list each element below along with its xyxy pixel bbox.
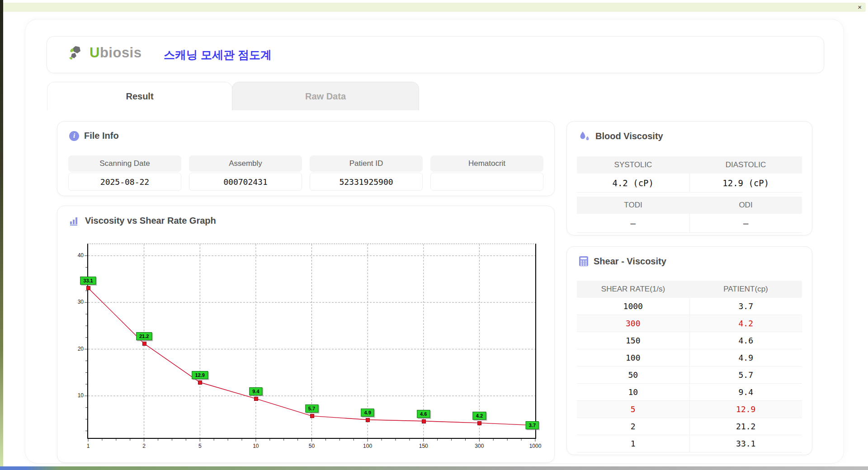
field-value: 2025-08-22 <box>68 173 181 191</box>
logo-wordmark: Ubiosis <box>90 45 142 61</box>
window-bottom-edge <box>0 466 868 470</box>
patient-viscosity-cell: 3.7 <box>689 298 802 315</box>
file-info-field: Scanning Date2025-08-22 <box>68 155 181 191</box>
blood-viscosity-title-row: Blood Viscosity <box>579 131 663 141</box>
table-row: 221.2 <box>577 418 802 435</box>
data-point-marker <box>254 397 258 401</box>
window-left-border <box>0 0 3 467</box>
table-column-header: PATIENT(cp) <box>689 281 802 298</box>
ubiosis-logo-icon <box>69 45 88 61</box>
file-info-fields: Scanning Date2025-08-22Assembly000702431… <box>68 155 543 191</box>
data-point-value-tag: 5.7 <box>305 404 318 413</box>
patient-viscosity-cell: 9.4 <box>689 384 802 400</box>
window-title-bar: × <box>3 3 866 12</box>
data-point-value-tag: 21.2 <box>136 332 152 340</box>
table-header-row: SHEAR RATE(1/s)PATIENT(cp) <box>577 281 802 298</box>
field-label: Hematocrit <box>430 155 543 172</box>
table-row: 505.7 <box>577 367 802 384</box>
file-info-title-row: i File Info <box>69 131 119 141</box>
data-point-value-tag: 3.7 <box>526 421 539 429</box>
shear-rate-cell: 50 <box>577 367 689 383</box>
file-info-field: Patient ID52331925900 <box>310 155 423 191</box>
data-point-value-tag: 9.4 <box>249 387 262 395</box>
x-axis-tick-label: 50 <box>298 443 326 449</box>
shear-rate-cell: 1000 <box>577 298 689 315</box>
graph-card: Viscosity vs Shear Rate Graph 1020304012… <box>57 206 555 463</box>
table-row: 1004.9 <box>577 349 802 367</box>
file-info-field: Assembly000702431 <box>189 155 302 191</box>
shear-rate-cell: 5 <box>577 401 689 418</box>
x-axis-tick-label: 1000 <box>522 443 549 449</box>
metric-label: ODI <box>689 197 802 214</box>
blood-viscosity-card: Blood Viscosity SYSTOLICDIASTOLIC4.2 (cP… <box>566 121 812 235</box>
app-window: × Ubiosis 스캐닝 모세관 점도계 Result Raw Data i … <box>0 0 868 470</box>
data-point-marker <box>422 419 426 423</box>
metric-label: SYSTOLIC <box>577 156 689 174</box>
header-card: Ubiosis 스캐닝 모세관 점도계 <box>47 36 824 73</box>
shear-viscosity-table: SHEAR RATE(1/s)PATIENT(cp)10003.73004.21… <box>577 281 802 452</box>
table-row: 109.4 <box>577 384 802 401</box>
metric-value: 4.2 (cP) <box>577 174 689 193</box>
field-value <box>430 173 543 191</box>
field-value: 000702431 <box>189 173 302 191</box>
metric-value-row: 4.2 (cP)12.9 (cP) <box>577 174 802 193</box>
table-column-header: SHEAR RATE(1/s) <box>577 281 689 298</box>
field-label: Assembly <box>189 155 302 172</box>
close-icon[interactable]: × <box>858 3 862 11</box>
logo-u: U <box>90 45 100 61</box>
y-axis-tick-label: 20 <box>67 346 84 352</box>
patient-viscosity-cell: 4.9 <box>689 349 802 366</box>
logo-rest: biosis <box>100 45 142 61</box>
shear-rate-cell: 1 <box>577 435 689 452</box>
data-point-marker <box>86 286 90 290</box>
tab-raw-data-label: Raw Data <box>305 91 346 102</box>
data-point-marker <box>198 381 202 385</box>
data-point-marker <box>310 414 314 418</box>
x-axis-tick-label: 100 <box>354 443 381 449</box>
metric-label-band: SYSTOLICDIASTOLIC <box>577 156 802 174</box>
tab-raw-data[interactable]: Raw Data <box>232 82 419 110</box>
shear-viscosity-card: Shear - Viscosity SHEAR RATE(1/s)PATIENT… <box>566 246 812 455</box>
shear-rate-cell: 300 <box>577 315 689 332</box>
data-point-marker <box>366 418 370 422</box>
y-axis-tick-label: 40 <box>67 252 84 258</box>
table-row: 3004.2 <box>577 315 802 332</box>
data-point-marker <box>142 342 146 346</box>
patient-viscosity-cell: 4.2 <box>689 315 802 332</box>
patient-viscosity-cell: 5.7 <box>689 367 802 383</box>
data-point-value-tag: 12.9 <box>192 371 208 379</box>
blood-viscosity-title: Blood Viscosity <box>595 131 663 141</box>
shear-viscosity-title-row: Shear - Viscosity <box>579 256 666 267</box>
field-label: Scanning Date <box>68 155 181 172</box>
patient-viscosity-cell: 21.2 <box>689 418 802 435</box>
file-info-title: File Info <box>84 131 119 141</box>
data-point-value-tag: 4.9 <box>361 409 374 417</box>
patient-viscosity-cell: 33.1 <box>689 435 802 452</box>
y-axis-tick-label: 10 <box>67 392 84 399</box>
table-row: 1504.6 <box>577 332 802 349</box>
shear-rate-cell: 100 <box>577 349 689 366</box>
tab-result[interactable]: Result <box>47 82 232 110</box>
data-point-value-tag: 4.2 <box>473 412 486 420</box>
x-axis-tick-label: 10 <box>242 443 269 449</box>
x-axis-tick-label: 5 <box>186 443 213 449</box>
metric-label: TODI <box>577 197 689 214</box>
metric-value: 12.9 (cP) <box>689 174 802 193</box>
droplets-icon <box>579 131 590 141</box>
table-row: 512.9 <box>577 401 802 418</box>
x-axis-tick-label: 2 <box>131 443 158 449</box>
shear-viscosity-title: Shear - Viscosity <box>594 256 666 267</box>
blood-viscosity-metrics: SYSTOLICDIASTOLIC4.2 (cP)12.9 (cP)TODIOD… <box>577 156 802 237</box>
tab-result-label: Result <box>126 91 153 102</box>
shear-rate-cell: 150 <box>577 332 689 349</box>
bar-chart-icon <box>69 215 80 226</box>
data-point-marker <box>477 421 481 425</box>
shear-rate-cell: 10 <box>577 384 689 400</box>
metric-value: – <box>577 214 689 233</box>
x-axis-tick-label: 1 <box>75 443 102 449</box>
metric-label-band: TODIODI <box>577 197 802 214</box>
graph-title: Viscosity vs Shear Rate Graph <box>85 216 216 226</box>
metric-label: DIASTOLIC <box>689 156 802 174</box>
patient-viscosity-cell: 12.9 <box>689 401 802 418</box>
data-point-value-tag: 4.6 <box>417 410 430 418</box>
